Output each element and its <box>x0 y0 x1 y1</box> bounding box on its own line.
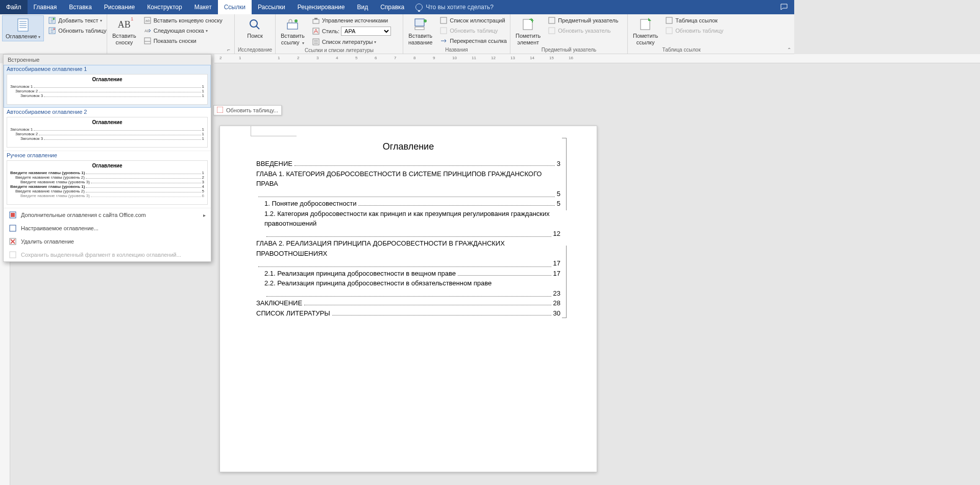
group-label-citations: Ссылки и списки литературы <box>278 47 401 54</box>
insert-index-button[interactable]: Предметный указатель <box>546 15 620 26</box>
chevron-down-icon: ▾ <box>206 29 208 33</box>
toc-entry-page: 3 <box>557 159 560 169</box>
manage-sources-button[interactable]: Управление источниками <box>310 15 393 26</box>
toc-entry[interactable]: ГЛАВА 1. КАТЕГОРИЯ ДОБРОСОВЕСТНОСТИ В СИ… <box>256 169 560 199</box>
toa-icon <box>665 16 673 25</box>
custom-toc[interactable]: Настраиваемое оглавление... <box>4 222 211 235</box>
ribbon-group-index: Пометить элемент Предметный указатель Об… <box>510 14 628 54</box>
menu-design[interactable]: Конструктор <box>141 0 188 14</box>
style-dropdown[interactable]: APA <box>341 27 391 36</box>
bibliography-button[interactable]: Список литературы▾ <box>310 37 393 47</box>
ruler-number: 4 <box>336 56 338 60</box>
update-toa-button: Обновить таблицу <box>663 26 725 36</box>
toc-entry[interactable]: 1. Понятие добросовестности5 <box>256 199 560 209</box>
insert-caption-button[interactable]: Вставить название <box>405 15 435 45</box>
ruler-number: 11 <box>472 56 476 60</box>
ribbon-group-footnotes: AB1 Вставить сноску abВставить концевую … <box>107 14 235 54</box>
footnotes-dialog-launcher[interactable]: ⌐ <box>109 46 232 54</box>
bibliography-icon <box>312 38 320 46</box>
svg-rect-15 <box>287 23 298 29</box>
menu-references[interactable]: Ссылки <box>218 0 252 14</box>
toc-entry[interactable]: ЗАКЛЮЧЕНИЕ28 <box>256 298 560 308</box>
update-toc-button[interactable]: Обновить таблицу <box>46 26 108 36</box>
tell-me-placeholder: Что вы хотите сделать? <box>426 4 494 11</box>
horizontal-ruler[interactable]: 2112345678910111213141516 <box>214 54 794 63</box>
svg-rect-34 <box>666 28 672 34</box>
document-page[interactable]: Оглавление ВВЕДЕНИЕ3ГЛАВА 1. КАТЕГОРИЯ Д… <box>219 126 597 393</box>
svg-rect-18 <box>314 18 317 19</box>
toc-entry[interactable]: 2.2. Реализация принципа добросовестност… <box>256 278 560 298</box>
ruler-number: 2 <box>297 56 299 60</box>
toc-entry[interactable]: СПИСОК ЛИТЕРАТУРЫ30 <box>256 308 560 319</box>
list-figures-button[interactable]: Список иллюстраций <box>437 15 509 26</box>
toc-entry[interactable]: ВВЕДЕНИЕ3 <box>256 159 560 169</box>
toc-entry[interactable]: 1.2. Категория добросовестности как прин… <box>256 209 560 239</box>
ruler-number: 14 <box>530 56 534 60</box>
collapse-ribbon-button[interactable]: ⌃ <box>787 47 791 53</box>
svg-text:ab: ab <box>145 18 150 23</box>
menu-mailings[interactable]: Рассылки <box>252 0 291 14</box>
menu-layout[interactable]: Макет <box>188 0 218 14</box>
toc-preview: Оглавление Заголовок 11 Заголовок 21 Заг… <box>7 74 208 105</box>
update-table-floating-button[interactable]: Обновить таблицу... <box>213 105 282 115</box>
search-button[interactable]: Поиск <box>244 15 265 39</box>
mark-entry-button[interactable]: Пометить элемент <box>512 15 544 45</box>
cross-reference-button[interactable]: Перекрестная ссылка <box>437 36 509 46</box>
update-figures-button: Обновить таблицу <box>437 26 509 36</box>
comments-pane-icon[interactable] <box>774 3 794 11</box>
svg-rect-17 <box>313 19 319 23</box>
toc-entry-text: 2.1. Реализация принципа добросовестност… <box>264 269 456 279</box>
svg-rect-25 <box>415 27 424 30</box>
toc-option-auto2[interactable]: Автособираемое оглавление 2 Оглавление З… <box>4 108 211 151</box>
ruler-number: 10 <box>452 56 457 60</box>
mark-citation-button[interactable]: Пометить ссылку <box>630 15 661 45</box>
more-toc-online[interactable]: Дополнительные оглавления с сайта Office… <box>4 208 211 222</box>
add-text-button[interactable]: Добавить текст▾ <box>46 15 108 26</box>
next-footnote-button[interactable]: ABСледующая сноска▾ <box>141 26 225 36</box>
citation-style-select[interactable]: Стиль: APA <box>310 26 393 37</box>
insert-endnote-button[interactable]: abВставить концевую сноску <box>141 15 225 26</box>
leader-dots <box>266 288 551 297</box>
ribbon-group-citations: Вставить ссылку ▾ Управление источниками… <box>276 14 403 54</box>
menu-review[interactable]: Рецензирование <box>291 0 351 14</box>
toc-gallery-dropdown: Встроенные Автособираемое оглавление 1 О… <box>3 54 211 262</box>
toc-preview: Оглавление Введите название главы (урове… <box>7 160 208 205</box>
svg-point-13 <box>250 20 257 27</box>
toc-button[interactable]: Оглавление▾ <box>2 15 44 41</box>
toc-entry[interactable]: ГЛАВА 2. РЕАЛИЗАЦИЯ ПРИНЦИПА ДОБРОСОВЕСТ… <box>256 238 560 269</box>
menu-home[interactable]: Главная <box>28 0 63 14</box>
toc-entry-text: 1.2. Категория добросовестности как прин… <box>264 209 560 229</box>
ruler-number: 7 <box>394 56 396 60</box>
lightbulb-icon <box>415 4 423 11</box>
toc-option-manual[interactable]: Ручное оглавление Оглавление Введите наз… <box>4 151 211 208</box>
ruler-number: 2 <box>219 56 222 60</box>
show-footnotes-button[interactable]: Показать сноски <box>141 36 225 46</box>
svg-line-14 <box>256 26 259 29</box>
leader-dots <box>258 189 555 198</box>
insert-citation-button[interactable]: Вставить ссылку ▾ <box>278 15 308 45</box>
toc-entry-page: 23 <box>553 288 560 299</box>
leader-dots <box>332 315 551 316</box>
toc-field[interactable]: Оглавление ВВЕДЕНИЕ3ГЛАВА 1. КАТЕГОРИЯ Д… <box>256 137 561 319</box>
remove-toc[interactable]: Удалить оглавление <box>4 235 211 248</box>
menu-file[interactable]: Файл <box>0 0 28 14</box>
menu-help[interactable]: Справка <box>374 0 410 14</box>
toc-option-auto1[interactable]: Автособираемое оглавление 1 Оглавление З… <box>4 65 211 108</box>
add-text-icon <box>48 16 56 25</box>
toc-label: Оглавление <box>6 33 37 39</box>
menu-insert[interactable]: Вставка <box>63 0 98 14</box>
toc-entry[interactable]: 2.1. Реализация принципа добросовестност… <box>256 269 560 279</box>
chevron-down-icon: ▾ <box>374 40 376 44</box>
menu-draw[interactable]: Рисование <box>98 0 141 14</box>
svg-rect-30 <box>549 17 555 23</box>
toc-icon <box>16 18 30 32</box>
toc-entry-page: 17 <box>553 269 560 279</box>
insert-toa-button[interactable]: Таблица ссылок <box>663 15 725 26</box>
remove-icon <box>9 237 17 246</box>
menu-view[interactable]: Вид <box>351 0 374 14</box>
group-label-toc <box>2 52 105 54</box>
caption-icon <box>413 17 428 32</box>
insert-footnote-button[interactable]: AB1 Вставить сноску <box>109 15 139 45</box>
tell-me-search[interactable]: Что вы хотите сделать? <box>415 0 494 14</box>
svg-rect-41 <box>10 252 16 258</box>
